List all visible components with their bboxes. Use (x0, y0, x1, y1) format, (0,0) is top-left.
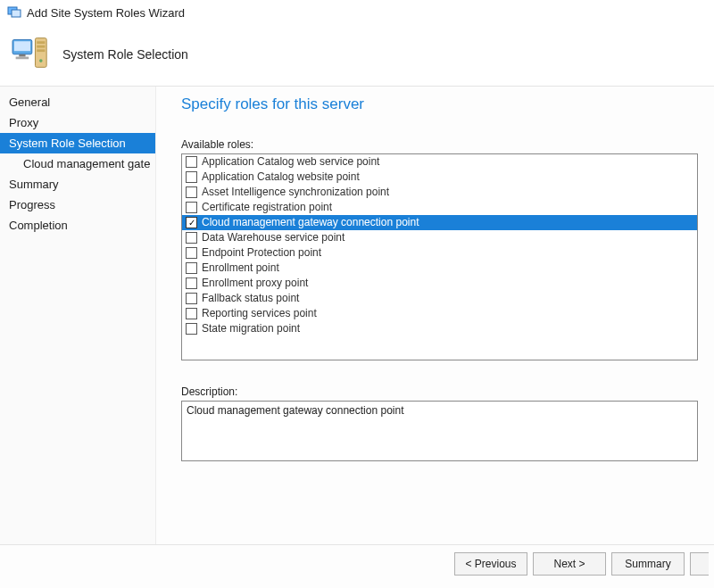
role-label: Reporting services point (202, 306, 317, 321)
wizard-footer: < Previous Next > Summary (0, 544, 714, 583)
window-title: Add Site System Roles Wizard (27, 6, 185, 20)
summary-button[interactable]: Summary (611, 552, 685, 576)
partial-button[interactable] (690, 552, 709, 576)
sidebar-item-label: Cloud management gate (23, 157, 150, 170)
sidebar-item-label: System Role Selection (9, 137, 126, 150)
sidebar-item-cloud-management-gate[interactable]: Cloud management gate (0, 153, 155, 174)
titlebar: Add Site System Roles Wizard (0, 0, 714, 26)
checkbox-icon[interactable] (186, 293, 197, 304)
description-label: Description: (181, 385, 698, 398)
role-label: Asset Intelligence synchronization point (202, 185, 389, 200)
roles-listbox[interactable]: Application Catalog web service pointApp… (181, 153, 698, 360)
sidebar-item-general[interactable]: General (0, 92, 155, 112)
sidebar-item-proxy[interactable]: Proxy (0, 112, 155, 133)
checkbox-icon[interactable] (186, 323, 197, 335)
next-button[interactable]: Next > (533, 552, 606, 576)
checkbox-icon[interactable]: ✓ (186, 217, 197, 228)
sidebar-item-label: Completion (9, 219, 68, 232)
header-heading: System Role Selection (62, 47, 188, 62)
role-label: Application Catalog web service point (202, 154, 379, 170)
wizard-sidebar: GeneralProxySystem Role SelectionCloud m… (0, 87, 156, 550)
role-label: Fallback status point (202, 291, 299, 306)
svg-rect-9 (37, 49, 45, 52)
sidebar-item-label: Proxy (9, 116, 38, 129)
checkbox-icon[interactable] (186, 202, 197, 213)
role-label: Enrollment proxy point (202, 276, 308, 291)
checkbox-icon[interactable] (186, 247, 197, 259)
role-row[interactable]: Endpoint Protection point (182, 245, 697, 261)
role-row[interactable]: ✓Cloud management gateway connection poi… (182, 215, 697, 230)
sidebar-item-summary[interactable]: Summary (0, 174, 155, 195)
role-label: Certificate registration point (202, 200, 332, 215)
header: System Role Selection (0, 26, 714, 87)
svg-rect-7 (37, 41, 45, 44)
checkbox-icon[interactable] (186, 262, 197, 274)
checkbox-icon[interactable] (186, 171, 197, 183)
role-row[interactable]: Reporting services point (182, 306, 697, 321)
role-label: Application Catalog website point (202, 170, 360, 185)
role-row[interactable]: Data Warehouse service point (182, 230, 697, 245)
checkbox-icon[interactable] (186, 232, 197, 244)
role-row[interactable]: State migration point (182, 321, 697, 336)
checkbox-icon[interactable] (186, 186, 197, 198)
svg-point-10 (39, 59, 43, 62)
role-row[interactable]: Fallback status point (182, 291, 697, 306)
sidebar-item-label: Progress (9, 198, 55, 211)
role-row[interactable]: Asset Intelligence synchronization point (182, 185, 697, 200)
wizard-app-icon (7, 4, 21, 21)
role-row[interactable]: Enrollment proxy point (182, 276, 697, 291)
sidebar-item-label: Summary (9, 178, 59, 191)
available-roles-label: Available roles: (181, 138, 698, 151)
role-label: Enrollment point (202, 261, 279, 276)
checkbox-icon[interactable] (186, 156, 197, 168)
role-label: State migration point (202, 321, 300, 336)
description-text: Cloud management gateway connection poin… (187, 404, 404, 417)
role-row[interactable]: Enrollment point (182, 261, 697, 276)
sidebar-item-system-role-selection[interactable]: System Role Selection (0, 133, 155, 153)
svg-rect-8 (37, 46, 45, 48)
role-row[interactable]: Application Catalog web service point (182, 154, 697, 170)
sidebar-item-label: General (9, 95, 50, 109)
svg-rect-5 (16, 57, 29, 60)
description-textbox: Cloud management gateway connection poin… (181, 401, 698, 461)
role-label: Data Warehouse service point (202, 230, 345, 245)
sidebar-item-progress[interactable]: Progress (0, 195, 155, 215)
svg-rect-4 (19, 54, 25, 57)
server-monitor-icon (11, 35, 50, 73)
role-label: Cloud management gateway connection poin… (202, 215, 419, 230)
role-row[interactable]: Certificate registration point (182, 200, 697, 215)
content-pane: Specify roles for this server Available … (156, 87, 714, 550)
page-title: Specify roles for this server (181, 95, 698, 113)
role-row[interactable]: Application Catalog website point (182, 170, 697, 185)
previous-button[interactable]: < Previous (454, 552, 527, 576)
checkbox-icon[interactable] (186, 277, 197, 289)
svg-rect-3 (14, 41, 30, 51)
svg-rect-1 (12, 10, 21, 17)
sidebar-item-completion[interactable]: Completion (0, 215, 155, 236)
role-label: Endpoint Protection point (202, 245, 321, 261)
checkbox-icon[interactable] (186, 308, 197, 319)
